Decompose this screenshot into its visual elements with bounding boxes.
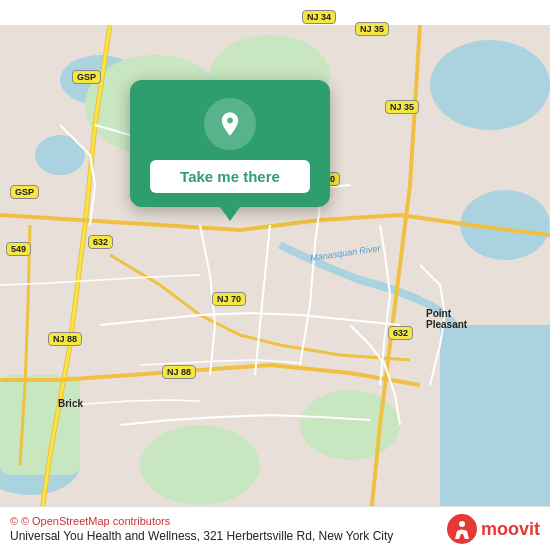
map-container: GSP GSP NJ 35 NJ 35 NJ 70 NJ 70 NJ 88 NJ… (0, 0, 550, 550)
location-pin-icon (216, 110, 244, 138)
road-badge-549: 549 (6, 242, 31, 256)
svg-rect-9 (0, 375, 80, 475)
road-badge-632b: 632 (388, 326, 413, 340)
moovit-icon (447, 514, 477, 544)
popup-overlay: Take me there (130, 80, 330, 207)
road-badge-nj88a: NJ 88 (48, 332, 82, 346)
take-me-there-button[interactable]: Take me there (150, 160, 310, 193)
svg-point-1 (430, 40, 550, 130)
road-badge-632a: 632 (88, 235, 113, 249)
svg-point-12 (447, 514, 477, 544)
osm-credit-text: © OpenStreetMap contributors (21, 515, 170, 527)
moovit-logo: moovit (447, 514, 540, 544)
road-badge-gsp2: GSP (10, 185, 39, 199)
moovit-text-label: moovit (481, 519, 540, 540)
point-pleasant-label: PointPleasant (426, 308, 467, 330)
location-icon-wrap (204, 98, 256, 150)
road-badge-gsp1: GSP (72, 70, 101, 84)
road-badge-nj34: NJ 34 (302, 10, 336, 24)
road-badge-nj88b: NJ 88 (162, 365, 196, 379)
road-badge-nj35b: NJ 35 (385, 100, 419, 114)
road-badge-nj35a: NJ 35 (355, 22, 389, 36)
brick-label: Brick (58, 398, 83, 409)
svg-point-13 (459, 521, 465, 527)
svg-point-6 (35, 135, 85, 175)
road-badge-nj70b: NJ 70 (212, 292, 246, 306)
svg-point-10 (140, 425, 260, 505)
bottom-left: © © OpenStreetMap contributors Universal… (10, 515, 393, 543)
bottom-bar: © © OpenStreetMap contributors Universal… (0, 506, 550, 550)
location-text: Universal You Health and Wellness, 321 H… (10, 529, 393, 543)
osm-credit: © © OpenStreetMap contributors (10, 515, 393, 527)
